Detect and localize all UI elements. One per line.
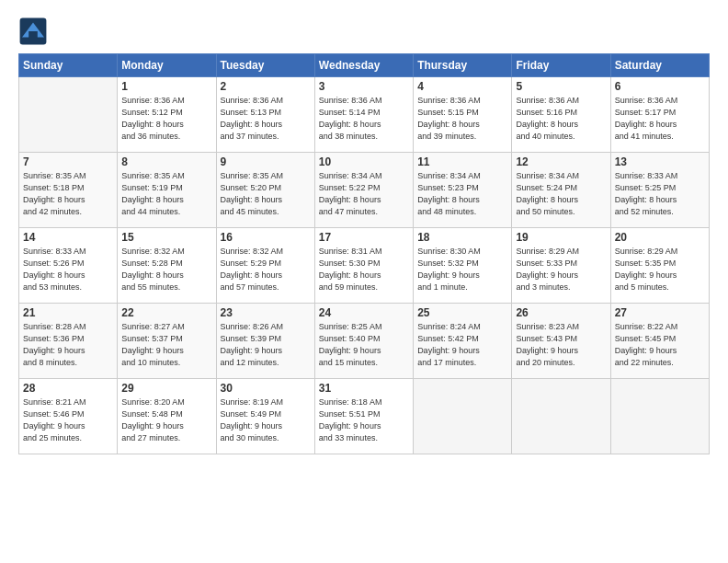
day-info: Sunrise: 8:36 AMSunset: 5:14 PMDaylight:… — [319, 95, 409, 143]
day-info: Sunrise: 8:29 AMSunset: 5:35 PMDaylight:… — [615, 246, 705, 293]
day-cell: 4Sunrise: 8:36 AMSunset: 5:15 PMDaylight… — [414, 77, 512, 153]
day-cell: 18Sunrise: 8:30 AMSunset: 5:32 PMDayligh… — [414, 228, 512, 304]
col-header-friday: Friday — [512, 54, 610, 77]
day-cell: 19Sunrise: 8:29 AMSunset: 5:33 PMDayligh… — [512, 228, 610, 304]
day-info: Sunrise: 8:28 AMSunset: 5:36 PMDaylight:… — [23, 321, 113, 369]
day-number: 7 — [23, 155, 113, 168]
day-info: Sunrise: 8:30 AMSunset: 5:32 PMDaylight:… — [417, 246, 507, 293]
day-info: Sunrise: 8:27 AMSunset: 5:37 PMDaylight:… — [121, 321, 211, 369]
day-cell: 29Sunrise: 8:20 AMSunset: 5:48 PMDayligh… — [118, 379, 216, 454]
day-info: Sunrise: 8:36 AMSunset: 5:15 PMDaylight:… — [417, 95, 507, 143]
day-info: Sunrise: 8:24 AMSunset: 5:42 PMDaylight:… — [417, 321, 507, 369]
week-row-2: 7Sunrise: 8:35 AMSunset: 5:18 PMDaylight… — [19, 153, 710, 228]
day-cell: 21Sunrise: 8:28 AMSunset: 5:36 PMDayligh… — [19, 304, 118, 379]
week-row-5: 28Sunrise: 8:21 AMSunset: 5:46 PMDayligh… — [19, 379, 710, 454]
day-cell: 31Sunrise: 8:18 AMSunset: 5:51 PMDayligh… — [314, 379, 413, 454]
day-info: Sunrise: 8:34 AMSunset: 5:23 PMDaylight:… — [417, 170, 507, 218]
day-info: Sunrise: 8:34 AMSunset: 5:22 PMDaylight:… — [319, 170, 409, 218]
day-info: Sunrise: 8:36 AMSunset: 5:16 PMDaylight:… — [516, 95, 606, 143]
col-header-wednesday: Wednesday — [314, 54, 413, 77]
day-cell: 17Sunrise: 8:31 AMSunset: 5:30 PMDayligh… — [314, 228, 413, 304]
day-number: 5 — [516, 80, 606, 93]
day-number: 31 — [319, 382, 409, 395]
day-info: Sunrise: 8:22 AMSunset: 5:45 PMDaylight:… — [615, 321, 705, 369]
day-info: Sunrise: 8:34 AMSunset: 5:24 PMDaylight:… — [516, 170, 606, 218]
day-cell: 24Sunrise: 8:25 AMSunset: 5:40 PMDayligh… — [314, 304, 413, 379]
day-cell: 25Sunrise: 8:24 AMSunset: 5:42 PMDayligh… — [414, 304, 512, 379]
day-cell: 1Sunrise: 8:36 AMSunset: 5:12 PMDaylight… — [118, 77, 216, 153]
day-cell: 11Sunrise: 8:34 AMSunset: 5:23 PMDayligh… — [414, 153, 512, 228]
day-cell: 27Sunrise: 8:22 AMSunset: 5:45 PMDayligh… — [610, 304, 709, 379]
day-info: Sunrise: 8:21 AMSunset: 5:46 PMDaylight:… — [23, 396, 113, 444]
day-info: Sunrise: 8:33 AMSunset: 5:25 PMDaylight:… — [615, 170, 705, 218]
day-number: 21 — [23, 306, 113, 319]
day-number: 23 — [221, 306, 311, 319]
day-info: Sunrise: 8:35 AMSunset: 5:19 PMDaylight:… — [121, 170, 211, 218]
header — [18, 17, 710, 46]
day-number: 9 — [221, 155, 311, 168]
day-cell: 15Sunrise: 8:32 AMSunset: 5:28 PMDayligh… — [118, 228, 216, 304]
day-cell: 28Sunrise: 8:21 AMSunset: 5:46 PMDayligh… — [19, 379, 118, 454]
day-cell: 7Sunrise: 8:35 AMSunset: 5:18 PMDaylight… — [19, 153, 118, 228]
day-number: 8 — [121, 155, 211, 168]
day-info: Sunrise: 8:19 AMSunset: 5:49 PMDaylight:… — [221, 396, 311, 444]
day-number: 3 — [319, 80, 409, 93]
day-cell: 26Sunrise: 8:23 AMSunset: 5:43 PMDayligh… — [512, 304, 610, 379]
calendar-header-row: SundayMondayTuesdayWednesdayThursdayFrid… — [19, 54, 710, 77]
day-info: Sunrise: 8:18 AMSunset: 5:51 PMDaylight:… — [319, 396, 409, 444]
day-number: 15 — [121, 231, 211, 244]
col-header-tuesday: Tuesday — [216, 54, 314, 77]
day-number: 14 — [23, 231, 113, 244]
svg-rect-2 — [28, 31, 38, 39]
day-number: 10 — [319, 155, 409, 168]
day-info: Sunrise: 8:36 AMSunset: 5:13 PMDaylight:… — [221, 95, 311, 143]
col-header-monday: Monday — [118, 54, 216, 77]
col-header-thursday: Thursday — [414, 54, 512, 77]
day-cell: 3Sunrise: 8:36 AMSunset: 5:14 PMDaylight… — [314, 77, 413, 153]
day-info: Sunrise: 8:29 AMSunset: 5:33 PMDaylight:… — [516, 246, 606, 293]
day-number: 28 — [23, 382, 113, 395]
day-number: 30 — [221, 382, 311, 395]
logo-icon — [18, 17, 48, 46]
day-number: 27 — [615, 306, 705, 319]
day-info: Sunrise: 8:33 AMSunset: 5:26 PMDaylight:… — [23, 246, 113, 293]
day-number: 19 — [516, 231, 606, 244]
day-info: Sunrise: 8:20 AMSunset: 5:48 PMDaylight:… — [121, 396, 211, 444]
day-info: Sunrise: 8:32 AMSunset: 5:29 PMDaylight:… — [221, 246, 311, 293]
day-number: 18 — [417, 231, 507, 244]
day-number: 2 — [221, 80, 311, 93]
day-number: 29 — [121, 382, 211, 395]
day-cell — [610, 379, 709, 454]
day-cell — [512, 379, 610, 454]
day-cell: 16Sunrise: 8:32 AMSunset: 5:29 PMDayligh… — [216, 228, 314, 304]
day-cell: 5Sunrise: 8:36 AMSunset: 5:16 PMDaylight… — [512, 77, 610, 153]
day-info: Sunrise: 8:26 AMSunset: 5:39 PMDaylight:… — [221, 321, 311, 369]
day-cell: 10Sunrise: 8:34 AMSunset: 5:22 PMDayligh… — [314, 153, 413, 228]
day-number: 11 — [417, 155, 507, 168]
page: SundayMondayTuesdayWednesdayThursdayFrid… — [0, 0, 728, 563]
day-number: 16 — [221, 231, 311, 244]
day-cell: 6Sunrise: 8:36 AMSunset: 5:17 PMDaylight… — [610, 77, 709, 153]
day-cell: 13Sunrise: 8:33 AMSunset: 5:25 PMDayligh… — [610, 153, 709, 228]
day-cell: 9Sunrise: 8:35 AMSunset: 5:20 PMDaylight… — [216, 153, 314, 228]
day-cell: 14Sunrise: 8:33 AMSunset: 5:26 PMDayligh… — [19, 228, 118, 304]
day-cell: 8Sunrise: 8:35 AMSunset: 5:19 PMDaylight… — [118, 153, 216, 228]
calendar: SundayMondayTuesdayWednesdayThursdayFrid… — [18, 53, 710, 454]
day-number: 12 — [516, 155, 606, 168]
day-info: Sunrise: 8:25 AMSunset: 5:40 PMDaylight:… — [319, 321, 409, 369]
week-row-3: 14Sunrise: 8:33 AMSunset: 5:26 PMDayligh… — [19, 228, 710, 304]
day-number: 22 — [121, 306, 211, 319]
day-info: Sunrise: 8:36 AMSunset: 5:12 PMDaylight:… — [121, 95, 211, 143]
day-cell: 12Sunrise: 8:34 AMSunset: 5:24 PMDayligh… — [512, 153, 610, 228]
day-number: 13 — [615, 155, 705, 168]
day-number: 6 — [615, 80, 705, 93]
week-row-4: 21Sunrise: 8:28 AMSunset: 5:36 PMDayligh… — [19, 304, 710, 379]
day-cell: 30Sunrise: 8:19 AMSunset: 5:49 PMDayligh… — [216, 379, 314, 454]
day-info: Sunrise: 8:31 AMSunset: 5:30 PMDaylight:… — [319, 246, 409, 293]
day-cell — [19, 77, 118, 153]
day-info: Sunrise: 8:35 AMSunset: 5:20 PMDaylight:… — [221, 170, 311, 218]
day-number: 24 — [319, 306, 409, 319]
logo — [18, 17, 51, 46]
day-info: Sunrise: 8:35 AMSunset: 5:18 PMDaylight:… — [23, 170, 113, 218]
day-info: Sunrise: 8:32 AMSunset: 5:28 PMDaylight:… — [121, 246, 211, 293]
